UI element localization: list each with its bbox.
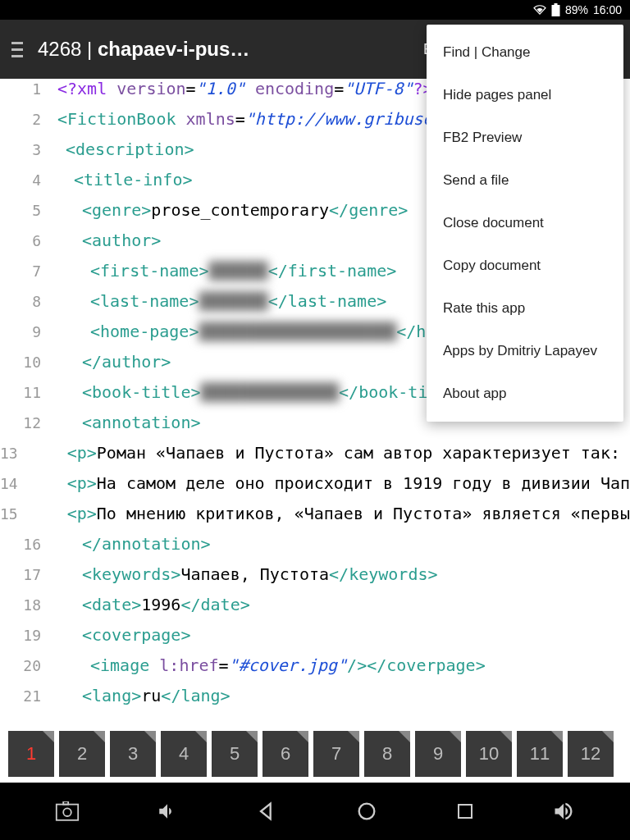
code-line[interactable]: 13<p>Роман «Чапаев и Пустота» сам автор … [0,443,630,473]
code-content: <date>1996</date> [57,595,630,614]
page-tab-3[interactable]: 3 [110,731,156,777]
home-icon[interactable] [355,800,378,823]
page-tab-12[interactable]: 12 [568,731,614,777]
camera-icon[interactable] [55,801,80,821]
status-bar: 89% 16:00 [0,0,630,20]
volume-down-icon[interactable] [157,801,178,822]
line-number: 1 [0,80,57,98]
line-number: 7 [0,262,57,280]
document-title: 4268 | chapaev-i-pus… [38,38,249,61]
page-tab-4[interactable]: 4 [161,731,207,777]
code-content: <p>На самом деле оно происходит в 1919 г… [34,473,630,493]
page-tab-11[interactable]: 11 [517,731,563,777]
menu-item[interactable]: Hide pages panel [427,74,623,116]
code-line[interactable]: 15<p>По мнению критиков, «Чапаев и Пусто… [0,504,630,534]
line-number: 3 [0,141,57,158]
svg-rect-6 [459,805,472,818]
line-number: 5 [0,202,57,219]
page-tab-1[interactable]: 1 [8,731,54,777]
back-icon[interactable] [255,800,278,823]
page-tab-2[interactable]: 2 [59,731,105,777]
menu-item[interactable]: Find | Change [427,31,623,74]
code-line[interactable]: 21<lang>ru</lang> [0,686,630,716]
pages-panel: 123456789101112 [0,725,630,783]
volume-up-icon[interactable] [552,800,575,823]
code-content: <lang>ru</lang> [57,686,630,705]
line-number: 11 [0,384,57,401]
menu-item[interactable]: FB2 Preview [427,116,623,159]
menu-item[interactable]: Close document [427,202,623,244]
svg-point-3 [63,808,71,816]
overflow-menu: Find | ChangeHide pages panelFB2 Preview… [427,25,623,422]
code-content: <p>Роман «Чапаев и Пустота» сам автор ха… [34,443,630,463]
recent-icon[interactable] [455,801,475,821]
battery-percent: 89% [565,3,588,16]
page-tab-5[interactable]: 5 [212,731,258,777]
menu-item[interactable]: Rate this app [427,287,623,330]
menu-item[interactable]: Apps by Dmitriy Lapayev [427,330,623,372]
svg-rect-0 [551,5,559,16]
code-content: <p>По мнению критиков, «Чапаев и Пустота… [34,504,630,523]
line-number: 21 [0,687,57,705]
line-number: 4 [0,171,57,189]
line-number: 9 [0,323,57,340]
page-tab-6[interactable]: 6 [262,731,308,777]
menu-item[interactable]: Copy document [427,244,623,287]
code-content: <coverpage> [57,625,630,645]
svg-rect-2 [57,805,78,820]
code-content: <keywords>Чапаев, Пустота</keywords> [57,564,630,584]
page-tab-9[interactable]: 9 [415,731,461,777]
page-tab-8[interactable]: 8 [364,731,410,777]
page-tab-7[interactable]: 7 [313,731,359,777]
code-line[interactable]: 20<image l:href="#cover.jpg"/></coverpag… [0,655,630,686]
code-line[interactable]: 16</annotation> [0,534,630,564]
line-number: 18 [0,596,57,614]
code-content: <image l:href="#cover.jpg"/></coverpage> [57,655,630,675]
line-number: 10 [0,354,57,371]
code-line[interactable]: 14<p>На самом деле оно происходит в 1919… [0,473,630,504]
code-line[interactable]: 18<date>1996</date> [0,595,630,625]
line-number: 6 [0,232,57,249]
line-number: 8 [0,293,57,310]
svg-rect-1 [554,3,557,5]
line-number: 13 [0,445,34,462]
code-line[interactable]: 17<keywords>Чапаев, Пустота</keywords> [0,564,630,595]
code-line[interactable]: 19<coverpage> [0,625,630,655]
line-number: 12 [0,414,57,431]
page-tab-10[interactable]: 10 [466,731,512,777]
menu-item[interactable]: About app [427,372,623,415]
battery-icon [551,3,560,16]
line-number: 2 [0,111,57,128]
svg-point-5 [359,804,375,819]
code-content: </annotation> [57,534,630,554]
svg-rect-4 [63,801,68,805]
menu-icon[interactable] [11,42,23,57]
system-nav-bar [0,783,630,840]
line-number: 17 [0,566,57,583]
menu-item[interactable]: Send a file [427,159,623,202]
line-number: 20 [0,657,57,674]
line-number: 19 [0,627,57,644]
clock: 16:00 [593,3,622,16]
line-number: 16 [0,536,57,553]
wifi-icon [533,4,546,16]
line-number: 14 [0,475,34,492]
line-number: 15 [0,505,34,523]
